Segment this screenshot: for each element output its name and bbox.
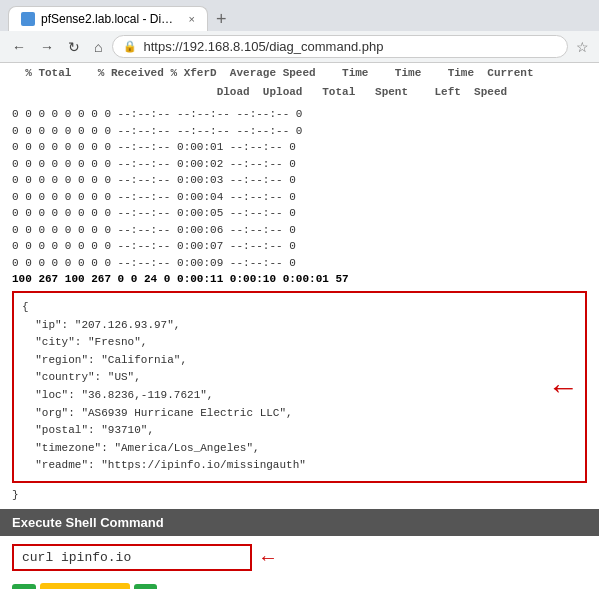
content-area: % Total % Received % XferD Average Speed… <box>0 63 599 589</box>
back-button[interactable]: ← <box>8 37 30 57</box>
lock-icon: 🔒 <box>123 40 137 53</box>
address-bar[interactable]: 🔒 https://192.168.8.105/diag_command.php <box>112 35 568 58</box>
shell-input-area: ← <box>0 536 599 579</box>
clear-label: Clear <box>183 588 214 589</box>
shell-buttons-bar: « ⚡ Execute » ↺ Clear <box>0 579 599 589</box>
shell-header-title: Execute Shell Command <box>12 515 164 530</box>
ping-data-row: 0 0 0 0 0 0 0 0 --:--:-- --:--:-- --:--:… <box>12 106 587 123</box>
browser-chrome: pfSense2.lab.local - Diagnostic × + ← → … <box>0 0 599 63</box>
new-tab-button[interactable]: + <box>210 10 233 28</box>
refresh-button[interactable]: ↻ <box>64 37 84 57</box>
tab-favicon <box>21 12 35 26</box>
clear-button[interactable]: ↺ Clear <box>161 583 220 589</box>
ping-data-row: 0 0 0 0 0 0 0 0 --:--:-- 0:00:01 --:--:-… <box>12 139 587 156</box>
ping-data-row: 0 0 0 0 0 0 0 0 --:--:-- 0:00:07 --:--:-… <box>12 238 587 255</box>
ping-data-row: 0 0 0 0 0 0 0 0 --:--:-- 0:00:09 --:--:-… <box>12 255 587 272</box>
ping-data-row: 0 0 0 0 0 0 0 0 --:--:-- --:--:-- --:--:… <box>12 123 587 140</box>
forward-button[interactable]: → <box>36 37 58 57</box>
prev-history-button[interactable]: « <box>12 584 36 589</box>
ping-col-header2: Dload Upload Total Spent Left Speed <box>12 84 587 101</box>
ping-rows: 0 0 0 0 0 0 0 0 --:--:-- --:--:-- --:--:… <box>0 104 599 273</box>
json-output-box: { "ip": "207.126.93.97", "city": "Fresno… <box>12 291 587 483</box>
shell-section: Execute Shell Command ← « ⚡ Execute » ↺ … <box>0 509 599 589</box>
ping-col-header1: % Total % Received % XferD Average Speed… <box>12 65 587 82</box>
closing-brace: } <box>0 489 599 501</box>
clear-refresh-icon: ↺ <box>167 587 179 589</box>
ping-summary-row: 100 267 100 267 0 0 24 0 0:00:11 0:00:10… <box>0 273 599 285</box>
ping-data-row: 0 0 0 0 0 0 0 0 --:--:-- 0:00:06 --:--:-… <box>12 222 587 239</box>
bookmark-button[interactable]: ☆ <box>574 37 591 57</box>
execute-button[interactable]: ⚡ Execute <box>40 583 130 589</box>
next-history-button[interactable]: » <box>134 584 158 589</box>
ping-data-row: 0 0 0 0 0 0 0 0 --:--:-- 0:00:03 --:--:-… <box>12 172 587 189</box>
json-output-wrapper: { "ip": "207.126.93.97", "city": "Fresno… <box>0 285 599 489</box>
execute-bolt-icon: ⚡ <box>50 588 66 589</box>
tab-close-button[interactable]: × <box>189 13 195 25</box>
input-red-arrow-icon: ← <box>258 546 278 569</box>
shell-input-box: ← <box>12 544 587 571</box>
ping-data-row: 0 0 0 0 0 0 0 0 --:--:-- 0:00:05 --:--:-… <box>12 205 587 222</box>
active-tab[interactable]: pfSense2.lab.local - Diagnostic × <box>8 6 208 31</box>
tab-bar: pfSense2.lab.local - Diagnostic × + <box>0 0 599 31</box>
address-text: https://192.168.8.105/diag_command.php <box>143 39 383 54</box>
shell-command-input[interactable] <box>12 544 252 571</box>
ping-data-row: 0 0 0 0 0 0 0 0 --:--:-- 0:00:02 --:--:-… <box>12 156 587 173</box>
tab-title: pfSense2.lab.local - Diagnostic <box>41 12 179 26</box>
shell-section-header: Execute Shell Command <box>0 509 599 536</box>
execute-label: Execute <box>70 588 120 589</box>
nav-bar: ← → ↻ ⌂ 🔒 https://192.168.8.105/diag_com… <box>0 31 599 62</box>
home-button[interactable]: ⌂ <box>90 37 106 57</box>
ping-data-row: 0 0 0 0 0 0 0 0 --:--:-- 0:00:04 --:--:-… <box>12 189 587 206</box>
ping-output-header: % Total % Received % XferD Average Speed… <box>0 63 599 104</box>
